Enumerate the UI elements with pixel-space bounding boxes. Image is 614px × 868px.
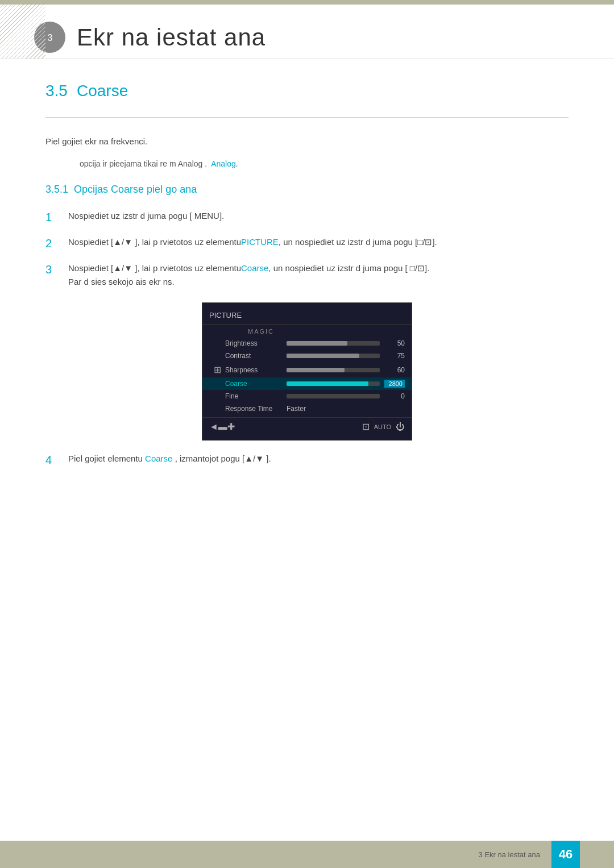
step-2: 2 Nospiediet [▲/▼ ], lai p rvietotos uz … <box>45 235 569 251</box>
sharpness-icon: ⊞ <box>209 364 225 375</box>
menu-row-sharpness: ⊞ Sharpness 60 <box>202 362 412 377</box>
step-text-4: Piel gojiet elementu Coarse , izmantojot… <box>68 452 569 466</box>
section-title: Coarse <box>77 82 128 100</box>
intro-text: Piel gojiet ekr na frekvenci. <box>45 135 569 148</box>
step4-list: 4 Piel gojiet elementu Coarse , izmantoj… <box>45 452 569 468</box>
picture-menu-title: PICTURE <box>202 309 412 325</box>
monitor-screenshot: PICTURE MAGIC Brightness 50 Contrast <box>202 302 412 441</box>
diagonal-bg <box>0 5 45 59</box>
menu-btn-minus: ▬ <box>218 422 227 432</box>
fine-bar <box>287 394 380 398</box>
menu-btn-plus: ✚ <box>227 421 235 432</box>
sharpness-value: 60 <box>384 366 405 374</box>
contrast-value: 75 <box>384 352 405 360</box>
main-content: 3.5 Coarse Piel gojiet ekr na frekvenci.… <box>0 59 614 527</box>
menu-row-contrast: Contrast 75 <box>202 350 412 362</box>
section-divider <box>45 117 569 118</box>
subsection-heading: 3.5.1 Opcijas Coarse piel go ana <box>45 184 569 196</box>
page-number: 46 <box>551 841 580 868</box>
coarse-menu-label: Coarse <box>225 380 282 388</box>
fine-value: 0 <box>384 392 405 400</box>
menu-btn-left: ◄ <box>209 422 218 432</box>
footer: 3 Ekr na iestat ana 46 <box>0 841 614 868</box>
menu-row-coarse: Coarse 2800 <box>202 377 412 390</box>
menu-row-brightness: Brightness 50 <box>202 337 412 350</box>
step-text-1: Nospiediet uz izstr d juma pogu [ MENU]. <box>68 209 569 223</box>
coarse-highlight-step4: Coarse <box>145 454 172 463</box>
picture-highlight: PICTURE <box>241 237 279 247</box>
coarse-value: 2800 <box>384 380 405 388</box>
brightness-bar <box>287 341 380 346</box>
sharpness-label: Sharpness <box>225 366 282 374</box>
analog-highlight: Analog <box>211 159 236 168</box>
fine-label: Fine <box>225 392 282 400</box>
menu-bottom-bar: ◄ ▬ ✚ ⊡ AUTO ⏻ <box>202 417 412 434</box>
sharpness-bar <box>287 368 380 372</box>
coarse-bar <box>287 381 380 386</box>
step-num-4: 4 <box>45 452 59 468</box>
step-num-3: 3 <box>45 261 59 277</box>
brightness-label: Brightness <box>225 339 282 347</box>
step-num-2: 2 <box>45 235 59 251</box>
section-number: 3.5 <box>45 82 68 100</box>
footer-text: 3 Ekr na iestat ana <box>479 850 540 859</box>
section-heading: 3.5 Coarse <box>45 82 569 100</box>
menu-btn-auto: AUTO <box>374 423 391 430</box>
step-4-container: 4 Piel gojiet elementu Coarse , izmantoj… <box>45 452 569 468</box>
header-area: 3 Ekr na iestat ana <box>0 5 614 59</box>
response-label: Response Time <box>225 405 282 413</box>
menu-btn-power: ⏻ <box>396 422 405 432</box>
picture-menu: PICTURE MAGIC Brightness 50 Contrast <box>202 302 412 441</box>
step-4: 4 Piel gojiet elementu Coarse , izmantoj… <box>45 452 569 468</box>
response-value: Faster <box>282 405 306 413</box>
step-3: 3 Nospiediet [▲/▼ ], lai p rvietotos uz … <box>45 261 569 289</box>
magic-label: MAGIC <box>202 327 412 337</box>
contrast-bar <box>287 354 380 358</box>
step-num-1: 1 <box>45 209 59 225</box>
note-text: opcija ir pieejama tikai re m Analog . A… <box>45 157 569 170</box>
step-1: 1 Nospiediet uz izstr d juma pogu [ MENU… <box>45 209 569 225</box>
brightness-value: 50 <box>384 339 405 347</box>
top-stripe <box>0 0 614 5</box>
step-text-2: Nospiediet [▲/▼ ], lai p rvietotos uz el… <box>68 235 569 249</box>
menu-row-fine: Fine 0 <box>202 390 412 402</box>
steps-list: 1 Nospiediet uz izstr d juma pogu [ MENU… <box>45 209 569 289</box>
step-text-3: Nospiediet [▲/▼ ], lai p rvietotos uz el… <box>68 261 569 289</box>
contrast-label: Contrast <box>225 352 282 360</box>
page-title: Ekr na iestat ana <box>77 24 265 51</box>
menu-row-response: Response Time Faster <box>202 402 412 415</box>
svg-text:3: 3 <box>47 33 52 43</box>
coarse-highlight-step3: Coarse <box>241 263 268 273</box>
menu-btn-screen: ⊡ <box>362 421 370 432</box>
